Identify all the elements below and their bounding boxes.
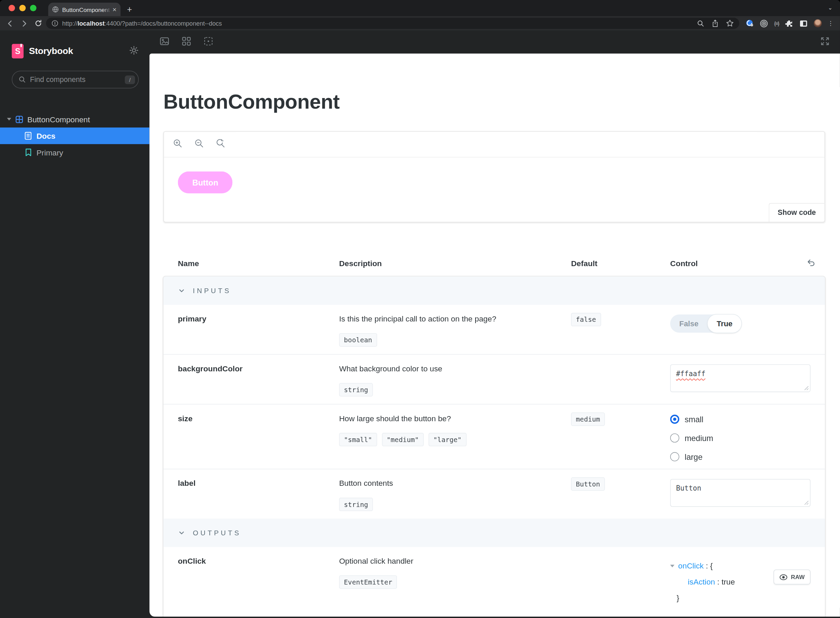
radio-option-small[interactable]: small (670, 415, 810, 424)
chevron-down-icon (178, 287, 185, 294)
zoom-reset-button[interactable] (216, 138, 226, 150)
window-controls[interactable] (0, 0, 42, 16)
type-chip: "small" (339, 433, 377, 446)
back-button[interactable] (4, 18, 16, 30)
fullscreen-button[interactable] (819, 36, 830, 49)
args-section-row[interactable]: OUTPUTS (163, 518, 825, 547)
measure-tool-button[interactable] (203, 36, 214, 49)
close-window-button[interactable] (9, 5, 15, 11)
type-chip: "large" (428, 433, 466, 446)
page-zoom-icon[interactable] (697, 19, 704, 27)
radio-option-medium[interactable]: medium (670, 434, 810, 443)
tab-close-button[interactable]: × (113, 6, 116, 13)
search-shortcut-key: / (125, 75, 135, 84)
tab-title: ButtonComponent - Docs · St (62, 6, 111, 13)
show-code-button[interactable]: Show code (769, 203, 825, 222)
extension-braces-icon[interactable]: {≡} (774, 21, 779, 26)
settings-button[interactable] (129, 45, 139, 57)
arg-row: sizeHow large should the button be?"smal… (163, 404, 825, 469)
resize-grip-icon[interactable] (804, 501, 809, 505)
resize-grip-icon[interactable] (804, 386, 809, 391)
zoom-in-button[interactable] (173, 138, 183, 150)
preview-button[interactable]: Button (178, 171, 233, 193)
sidebar-item-docs[interactable]: Docs (0, 128, 150, 144)
toggle-option-true[interactable]: True (708, 315, 742, 333)
new-tab-button[interactable]: + (127, 6, 132, 14)
radio-icon (670, 452, 680, 462)
radio-label: large (684, 452, 702, 462)
side-panel-icon[interactable] (799, 19, 808, 27)
browser-tab[interactable]: ButtonComponent - Docs · St × (48, 3, 120, 16)
arg-name: backgroundColor (163, 364, 325, 396)
boolean-toggle[interactable]: FalseTrue (670, 315, 742, 333)
browser-menu-icon[interactable]: ⋮ (828, 21, 834, 26)
arg-control-cell: smallmediumlarge (656, 414, 825, 461)
object-property-key[interactable]: isAction (688, 578, 715, 586)
arg-row: labelButton contentsstringButtonButton (163, 469, 825, 518)
arg-default-cell: false (557, 315, 656, 347)
extension-target-icon[interactable] (760, 19, 768, 28)
arg-default-cell: medium (557, 414, 656, 461)
arg-name: label (163, 479, 325, 511)
preview-toolbar (164, 132, 825, 157)
raw-toggle-button[interactable]: RAW (774, 569, 810, 585)
main-panel: ButtonComponent (150, 30, 840, 618)
eye-icon (779, 574, 788, 580)
type-chip: EventEmitter (339, 575, 397, 588)
bookmark-star-icon[interactable] (726, 19, 734, 27)
radio-label: medium (684, 434, 713, 443)
forward-button[interactable] (18, 18, 30, 30)
text-control[interactable]: #ffaaff (670, 364, 810, 392)
media-tool-button[interactable] (159, 36, 170, 49)
grid-tool-button[interactable] (181, 36, 191, 49)
arg-name: size (163, 414, 325, 461)
extensions-puzzle-icon[interactable] (785, 19, 793, 28)
arg-description-cell: What background color to usestring (325, 364, 557, 396)
text-control[interactable]: Button (670, 479, 810, 507)
extension-clock-icon[interactable] (746, 19, 754, 27)
collapse-caret-icon[interactable] (670, 565, 675, 567)
toggle-option-false[interactable]: False (670, 315, 708, 333)
address-bar[interactable]: http://localhost:4400/?path=/docs/button… (46, 18, 739, 29)
object-key-link[interactable]: onClick (678, 561, 704, 570)
sidebar-item-primary[interactable]: Primary (0, 144, 150, 161)
component-grid-icon (15, 116, 23, 123)
col-header-default: Default (557, 259, 656, 268)
type-chip: string (339, 498, 373, 511)
expander-caret-icon[interactable] (7, 118, 11, 120)
arg-name: primary (163, 315, 325, 347)
url-text[interactable]: http://localhost:4400/?path=/docs/button… (62, 20, 693, 27)
profile-avatar[interactable] (814, 19, 822, 27)
arg-control-cell: Button (656, 479, 825, 511)
tab-search-chevron-icon[interactable]: ⌄ (828, 5, 833, 10)
arg-default-cell: Button (557, 479, 656, 511)
text-control-value: Button (676, 484, 701, 493)
tree-item-label: ButtonComponent (27, 115, 90, 123)
args-table-header: Name Description Default Control (163, 259, 825, 268)
arg-control-cell: FalseTrue (656, 315, 825, 347)
col-header-description: Description (325, 259, 557, 268)
zoom-out-button[interactable] (194, 138, 204, 150)
site-info-icon[interactable] (52, 20, 58, 27)
reload-button[interactable] (32, 18, 44, 30)
args-section-row[interactable]: INPUTS (163, 276, 825, 305)
arg-description-cell: How large should the button be?"small""m… (325, 414, 557, 461)
args-table-body: INPUTSprimaryIs this the principal call … (163, 276, 825, 617)
args-section-label: OUTPUTS (193, 529, 241, 537)
share-icon[interactable] (712, 19, 719, 27)
search-input[interactable]: Find components / (12, 71, 139, 89)
tree-item-label: Docs (37, 132, 56, 140)
arg-type-chips: string (339, 383, 557, 396)
arg-description-cell: Optional click handlerEventEmitter (325, 557, 557, 606)
favicon-globe-icon (52, 6, 59, 13)
arg-description: Button contents (339, 479, 557, 487)
arg-description: What background color to use (339, 364, 557, 373)
minimize-window-button[interactable] (19, 5, 26, 11)
search-icon (19, 76, 26, 83)
zoom-window-button[interactable] (30, 5, 37, 11)
sidebar-item-buttoncomponent[interactable]: ButtonComponent (0, 111, 150, 128)
brand-title: Storybook (29, 46, 73, 56)
radio-option-large[interactable]: large (670, 452, 810, 462)
reset-controls-button[interactable] (806, 258, 816, 270)
bookmark-icon (25, 148, 32, 156)
